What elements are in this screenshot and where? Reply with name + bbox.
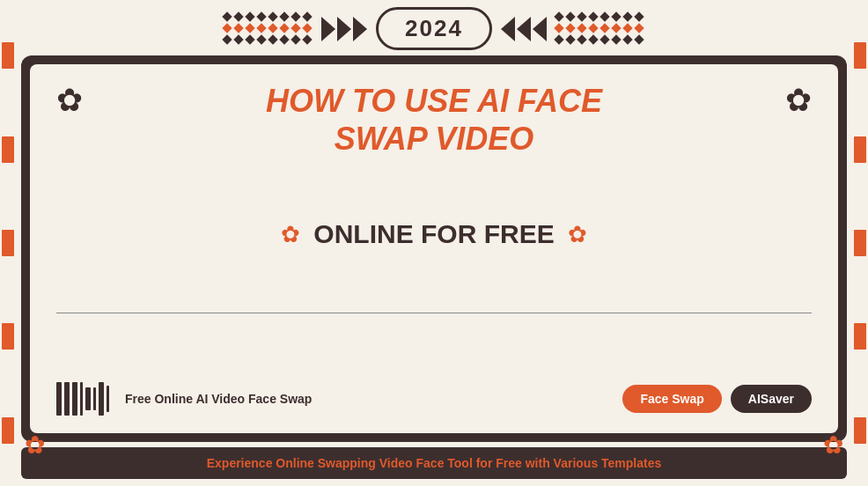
- side-block: [2, 417, 14, 444]
- free-text: Free Online AI Video Face Swap: [125, 392, 312, 406]
- chevron-icon: [501, 17, 515, 41]
- title-line1: HOW TO USE AI FACE: [266, 83, 602, 119]
- side-block: [854, 230, 866, 256]
- bar: [107, 386, 109, 412]
- bar: [64, 382, 70, 416]
- side-block: [2, 230, 14, 256]
- side-block: [854, 323, 866, 350]
- bar: [56, 382, 62, 416]
- bar: [99, 382, 104, 416]
- bar: [85, 387, 91, 410]
- chevrons-right: [321, 17, 367, 41]
- title-line2: SWAP VIDEO: [335, 121, 534, 157]
- bar: [72, 382, 77, 416]
- subtitle-row: ✿ ONLINE FOR FREE ✿: [56, 219, 812, 249]
- chevron-icon: [337, 17, 351, 41]
- side-bar-right: [852, 0, 868, 486]
- flower-icon-subtitle-right: ✿: [568, 221, 587, 248]
- side-block: [854, 136, 866, 163]
- main-title: HOW TO USE AI FACE SWAP VIDEO: [83, 82, 785, 158]
- brown-card: ✿ HOW TO USE AI FACE SWAP VIDEO ✿ ✿ ONLI…: [21, 55, 847, 442]
- footer-text: Experience Online Swapping Video Face To…: [207, 456, 662, 470]
- corner-flower-bottom-left: ✿: [25, 431, 45, 460]
- face-swap-button[interactable]: Face Swap: [622, 385, 721, 413]
- aisaver-button[interactable]: AISaver: [731, 385, 812, 413]
- flower-icon-left: ✿: [56, 82, 83, 119]
- chevron-icon: [517, 17, 531, 41]
- side-block: [2, 323, 14, 350]
- side-block: [854, 417, 866, 444]
- divider-line: [56, 313, 812, 313]
- white-card: ✿ HOW TO USE AI FACE SWAP VIDEO ✿ ✿ ONLI…: [30, 64, 838, 433]
- page-wrapper: Simple retro style Simple retro style: [0, 0, 868, 486]
- side-block: [2, 42, 14, 69]
- side-block: [2, 136, 14, 163]
- chevron-icon: [321, 17, 335, 41]
- bar: [80, 382, 83, 416]
- flower-icon-right: ✿: [785, 82, 812, 119]
- year-badge: 2024: [376, 7, 492, 50]
- subtitle-text: ONLINE FOR FREE: [313, 219, 554, 249]
- diamond-grid-left: [224, 13, 313, 45]
- barcode-area: [56, 382, 109, 416]
- side-bar-left: [0, 0, 16, 486]
- side-block: [854, 42, 866, 69]
- card-top-row: ✿ HOW TO USE AI FACE SWAP VIDEO ✿: [56, 82, 812, 158]
- top-header: 2024: [0, 0, 868, 50]
- flower-icon-subtitle-left: ✿: [281, 221, 300, 248]
- corner-flower-bottom-right: ✿: [823, 431, 843, 460]
- diamond-grid-right: [555, 13, 644, 45]
- button-group: Face Swap AISaver: [622, 385, 812, 413]
- footer-bar: Experience Online Swapping Video Face To…: [21, 447, 847, 479]
- bottom-row: Free Online AI Video Face Swap Face Swap…: [56, 382, 812, 416]
- chevron-icon: [353, 17, 367, 41]
- chevrons-left: [501, 17, 547, 41]
- bar: [93, 387, 96, 410]
- barcode-and-text: Free Online AI Video Face Swap: [56, 382, 312, 416]
- chevron-icon: [533, 17, 547, 41]
